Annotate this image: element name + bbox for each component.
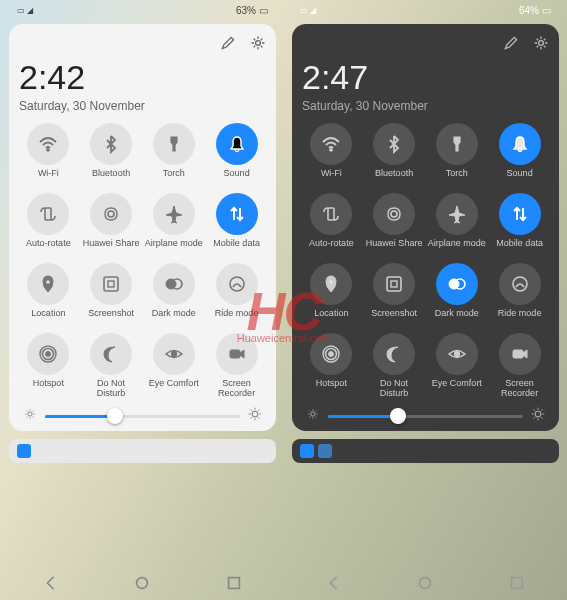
nav-back-button[interactable] [42, 574, 60, 592]
tile-dnd[interactable]: Do Not Disturb [365, 333, 424, 399]
nav-back-button[interactable] [325, 574, 343, 592]
tile-bluetooth[interactable]: Bluetooth [82, 123, 141, 189]
brightness-track[interactable] [45, 415, 240, 418]
hotspot-icon[interactable] [27, 333, 69, 375]
airplane-icon[interactable] [153, 193, 195, 235]
tile-eye[interactable]: Eye Comfort [428, 333, 487, 399]
dnd-icon[interactable] [90, 333, 132, 375]
bell-icon[interactable] [216, 123, 258, 165]
tile-label: Mobile data [213, 239, 260, 259]
brightness-thumb[interactable] [390, 408, 406, 424]
share-icon[interactable] [373, 193, 415, 235]
tile-torch[interactable]: Torch [145, 123, 204, 189]
screenshot-icon[interactable] [373, 263, 415, 305]
tile-label: Sound [224, 169, 250, 189]
tile-share[interactable]: Huawei Share [82, 193, 141, 259]
status-bar: ▭ ◢ 64%▭ [288, 0, 563, 20]
brightness-thumb[interactable] [107, 408, 123, 424]
nav-recent-button[interactable] [225, 574, 243, 592]
nav-recent-button[interactable] [508, 574, 526, 592]
nav-home-button[interactable] [416, 574, 434, 592]
darkmode-icon[interactable] [153, 263, 195, 305]
tile-data[interactable]: Mobile data [207, 193, 266, 259]
tile-data[interactable]: Mobile data [490, 193, 549, 259]
tile-airplane[interactable]: Airplane mode [145, 193, 204, 259]
location-icon[interactable] [310, 263, 352, 305]
tile-label: Airplane mode [145, 239, 203, 259]
tile-screenshot[interactable]: Screenshot [365, 263, 424, 329]
tile-label: Screen Recorder [490, 379, 549, 399]
tile-ride[interactable]: Ride mode [207, 263, 266, 329]
tile-ride[interactable]: Ride mode [490, 263, 549, 329]
settings-icon[interactable] [250, 35, 266, 55]
brightness-low-icon [306, 407, 320, 425]
clock-date: Saturday, 30 November [302, 99, 549, 113]
wifi-icon[interactable] [27, 123, 69, 165]
brightness-slider[interactable] [302, 407, 549, 425]
airplane-icon[interactable] [436, 193, 478, 235]
tile-label: Location [314, 309, 348, 329]
tile-darkmode[interactable]: Dark mode [428, 263, 487, 329]
tile-hotspot[interactable]: Hotspot [302, 333, 361, 399]
tile-airplane[interactable]: Airplane mode [428, 193, 487, 259]
bluetooth-icon[interactable] [90, 123, 132, 165]
rotate-icon[interactable] [310, 193, 352, 235]
tile-location[interactable]: Location [302, 263, 361, 329]
edit-icon[interactable] [503, 35, 519, 55]
tile-label: Location [31, 309, 65, 329]
brightness-slider[interactable] [19, 407, 266, 425]
carrier-icon: ▭ ◢ [300, 6, 316, 15]
data-icon[interactable] [216, 193, 258, 235]
tile-screenshot[interactable]: Screenshot [82, 263, 141, 329]
torch-icon[interactable] [153, 123, 195, 165]
eye-icon[interactable] [436, 333, 478, 375]
data-icon[interactable] [499, 193, 541, 235]
tile-record[interactable]: Screen Recorder [207, 333, 266, 399]
dnd-icon[interactable] [373, 333, 415, 375]
rotate-icon[interactable] [27, 193, 69, 235]
tile-bluetooth[interactable]: Bluetooth [365, 123, 424, 189]
location-icon[interactable] [27, 263, 69, 305]
edit-icon[interactable] [220, 35, 236, 55]
bluetooth-icon[interactable] [373, 123, 415, 165]
tile-dnd[interactable]: Do Not Disturb [82, 333, 141, 399]
tile-eye[interactable]: Eye Comfort [145, 333, 204, 399]
tile-record[interactable]: Screen Recorder [490, 333, 549, 399]
brightness-track[interactable] [328, 415, 523, 418]
record-icon[interactable] [216, 333, 258, 375]
hotspot-icon[interactable] [310, 333, 352, 375]
torch-icon[interactable] [436, 123, 478, 165]
notification-bar[interactable] [9, 439, 276, 463]
tile-location[interactable]: Location [19, 263, 78, 329]
nav-home-button[interactable] [133, 574, 151, 592]
darkmode-icon[interactable] [436, 263, 478, 305]
tile-label: Mobile data [496, 239, 543, 259]
wifi-icon[interactable] [310, 123, 352, 165]
tile-bell[interactable]: Sound [490, 123, 549, 189]
ride-icon[interactable] [216, 263, 258, 305]
notification-bar[interactable] [292, 439, 559, 463]
eye-icon[interactable] [153, 333, 195, 375]
record-icon[interactable] [499, 333, 541, 375]
brightness-high-icon [248, 407, 262, 425]
tile-darkmode[interactable]: Dark mode [145, 263, 204, 329]
tile-wifi[interactable]: Wi-Fi [302, 123, 361, 189]
ride-icon[interactable] [499, 263, 541, 305]
tile-torch[interactable]: Torch [428, 123, 487, 189]
tile-label: Do Not Disturb [365, 379, 424, 399]
tile-rotate[interactable]: Auto-rotate [19, 193, 78, 259]
tile-rotate[interactable]: Auto-rotate [302, 193, 361, 259]
screenshot-icon[interactable] [90, 263, 132, 305]
tile-share[interactable]: Huawei Share [365, 193, 424, 259]
clock-time: 2:47 [302, 58, 549, 97]
tile-label: Do Not Disturb [82, 379, 141, 399]
battery-icon: ▭ [259, 5, 268, 16]
settings-icon[interactable] [533, 35, 549, 55]
bell-icon[interactable] [499, 123, 541, 165]
tile-hotspot[interactable]: Hotspot [19, 333, 78, 399]
tile-label: Screenshot [88, 309, 134, 329]
tile-label: Wi-Fi [321, 169, 342, 189]
share-icon[interactable] [90, 193, 132, 235]
tile-bell[interactable]: Sound [207, 123, 266, 189]
tile-wifi[interactable]: Wi-Fi [19, 123, 78, 189]
